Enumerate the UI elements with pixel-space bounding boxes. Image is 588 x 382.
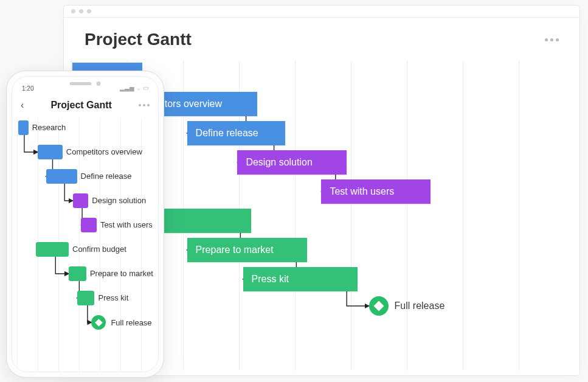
phone-status-icons: ▂▃▅ ⌵ ▭ <box>120 85 148 92</box>
phone-gantt-label-define-release: Define release <box>81 172 132 181</box>
phone-milestone-label: Full release <box>111 318 151 327</box>
phone-gantt-bar-define-release[interactable] <box>46 169 77 184</box>
gantt-bar-press-kit[interactable]: Press kit <box>243 267 358 291</box>
back-button[interactable]: ‹ <box>21 100 24 111</box>
signal-icon: ▂▃▅ <box>120 85 134 92</box>
gantt-bar-prepare-market[interactable]: Prepare to market <box>187 238 308 262</box>
phone-gantt-bar-confirm-budget[interactable] <box>36 242 69 257</box>
desktop-header: Project Gantt <box>64 18 579 54</box>
phone-gantt-label-design-solution: Design solution <box>92 196 146 205</box>
phone-status-bar: 1:20 ▂▃▅ ⌵ ▭ <box>12 85 158 92</box>
phone-gantt-label-competitors: Competitors overview <box>66 147 142 156</box>
phone-header: ‹ Project Gantt <box>12 100 158 111</box>
window-titlebar <box>64 5 579 18</box>
phone-page-title: Project Gantt <box>50 100 111 111</box>
battery-icon: ▭ <box>143 85 148 92</box>
phone-gantt-label-research: Research <box>32 123 66 132</box>
phone-screen: 1:20 ▂▃▅ ⌵ ▭ ‹ Project Gantt ResearchCom… <box>12 76 159 372</box>
phone-gantt-bar-competitors[interactable] <box>38 145 63 159</box>
gantt-bar-design-solution[interactable]: Design solution <box>237 150 346 175</box>
phone-gantt-bar-press-kit[interactable] <box>77 291 95 305</box>
phone-gantt-label-press-kit: Press kit <box>99 293 129 302</box>
milestone-label: Full release <box>395 300 445 311</box>
gantt-milestone-full-release[interactable]: Full release <box>369 296 445 316</box>
phone-gantt-label-test-users: Test with users <box>100 220 153 229</box>
wifi-icon: ⌵ <box>137 85 140 92</box>
phone-gantt-chart: ResearchCompetitors overviewDefine relea… <box>12 118 158 372</box>
page-title: Project Gantt <box>85 30 192 49</box>
phone-gantt-label-prepare-market: Prepare to market <box>90 269 153 278</box>
phone-milestone-diamond-icon <box>91 315 106 330</box>
phone-gantt-bar-prepare-market[interactable] <box>69 266 86 281</box>
gantt-bar-define-release[interactable]: Define release <box>187 121 285 145</box>
phone-clock: 1:20 <box>22 85 33 92</box>
phone-gantt-milestone-full-release[interactable]: Full release <box>91 315 151 330</box>
phone-gantt-bar-design-solution[interactable] <box>73 193 89 208</box>
phone-gantt-bar-research[interactable] <box>18 120 29 135</box>
phone-device: 1:20 ▂▃▅ ⌵ ▭ ‹ Project Gantt ResearchCom… <box>6 71 164 378</box>
phone-gantt-bar-test-users[interactable] <box>81 218 97 232</box>
phone-gantt-label-confirm-budget: Confirm budget <box>72 245 126 254</box>
gantt-bar-test-users[interactable]: Test with users <box>321 179 430 204</box>
traffic-lights-icon <box>71 9 91 13</box>
milestone-diamond-icon <box>369 296 389 316</box>
phone-more-menu-button[interactable] <box>139 104 150 106</box>
more-menu-button[interactable] <box>545 38 559 41</box>
phone-gantt-tasks: ResearchCompetitors overviewDefine relea… <box>12 118 158 372</box>
